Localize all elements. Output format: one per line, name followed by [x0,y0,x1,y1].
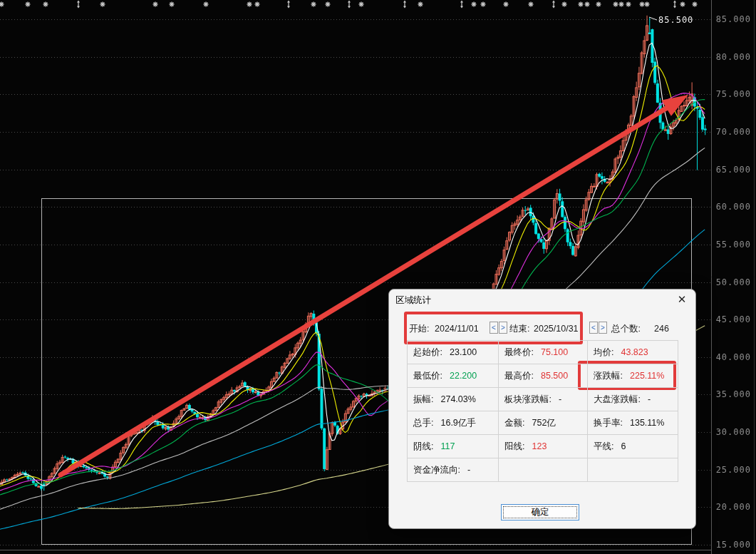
stat-label: 最低价: [413,370,442,382]
table-row: 阴线:117 阳线:123 平线:6 [408,435,678,458]
stat-label: 最高价: [504,370,534,382]
table-row: 振幅:274.03% 板块涨跌幅:- 大盘涨跌幅:- [408,388,678,411]
stat-label: 平线: [594,441,613,453]
end-date-prev-button[interactable]: < [589,322,598,334]
stat-value: 752亿 [532,417,555,429]
stat-label: 换手率: [594,417,623,429]
stat-value: - [559,394,561,404]
start-date-label: 开始: [409,323,429,335]
y-axis-label: 75.000 [713,89,751,99]
y-axis-label: 30.000 [713,427,751,437]
y-axis-label: 45.000 [713,314,751,324]
stat-value: 6 [621,441,626,451]
peak-price-annotation: 85.500 [658,15,693,25]
stat-value: 43.823 [621,347,648,357]
table-row: 起始价:23.100 最终价:75.100 均价:43.823 [408,341,678,364]
stat-value: 75.100 [541,347,568,357]
stat-label: 金额: [504,417,524,429]
y-axis-label: 60.000 [713,202,751,212]
ok-button[interactable]: 确定 [501,504,579,520]
table-row: 最低价:22.200 最高价:85.500 涨跌幅:225.11% [408,364,678,388]
statistics-table: 起始价:23.100 最终价:75.100 均价:43.823 最低价:22.2… [407,340,678,482]
stat-label: 起始价: [413,347,442,359]
stat-label: 涨跌幅: [594,370,623,382]
stat-label: 振幅: [413,394,433,406]
stat-value: 274.03% [440,394,475,404]
y-axis-label: 40.000 [713,352,751,362]
end-date-label: 结束: [509,323,529,335]
stat-label: 大盘涨跌幅: [594,394,641,406]
table-row: 总手:16.9亿手 金额:752亿 换手率:135.11% [408,411,678,435]
dialog-title: 区域统计 [395,294,431,307]
y-axis-label: 35.000 [713,389,751,399]
y-axis-label: 15.000 [713,540,751,550]
y-axis-label: 85.000 [713,14,751,24]
total-count-value: 246 [654,323,669,335]
start-date-value: 2024/11/01 [435,323,479,335]
stat-value: 135.11% [630,418,664,428]
stat-label: 板块涨跌幅: [504,394,552,406]
stat-label: 阳线: [504,441,524,453]
stat-value: - [467,465,470,475]
stat-value: 22.200 [450,371,477,381]
close-icon[interactable]: ✕ [675,292,689,307]
end-date-value: 2025/10/31 [534,323,579,335]
stat-value: 85.500 [541,371,568,381]
stat-value: 16.9亿手 [440,417,475,429]
y-axis-label: 25.000 [713,465,751,475]
y-axis-label: 50.000 [713,277,751,287]
stat-label: 资金净流向: [413,464,460,476]
stat-value: 117 [440,441,455,451]
stat-label: 总手: [413,417,433,429]
stat-value: - [648,394,651,404]
trading-app-window: 85.00080.00075.00070.00065.00060.00055.0… [0,0,756,554]
area-statistics-dialog: 区域统计 ✕ 开始: 2024/11/01 < > 结束: 2025/10/31… [388,289,696,529]
end-date-next-button[interactable]: > [599,322,607,334]
y-axis-label: 80.000 [713,52,751,62]
start-date-prev-button[interactable]: < [490,322,498,334]
y-axis-label: 20.000 [713,502,751,512]
stat-value: 123 [532,441,547,451]
stat-label: 均价: [594,347,613,359]
table-row: 资金净流向:- [408,458,678,482]
y-axis-label: 65.000 [713,165,751,175]
stat-label: 阴线: [413,441,433,453]
y-axis-label: 55.000 [713,240,751,250]
total-count-label: 总个数: [611,323,641,335]
start-date-next-button[interactable]: > [499,322,507,334]
stat-value: 23.100 [450,347,477,357]
stat-label: 最终价: [504,347,534,359]
y-axis-label: 70.000 [713,127,751,137]
stat-value: 225.11% [630,371,664,381]
